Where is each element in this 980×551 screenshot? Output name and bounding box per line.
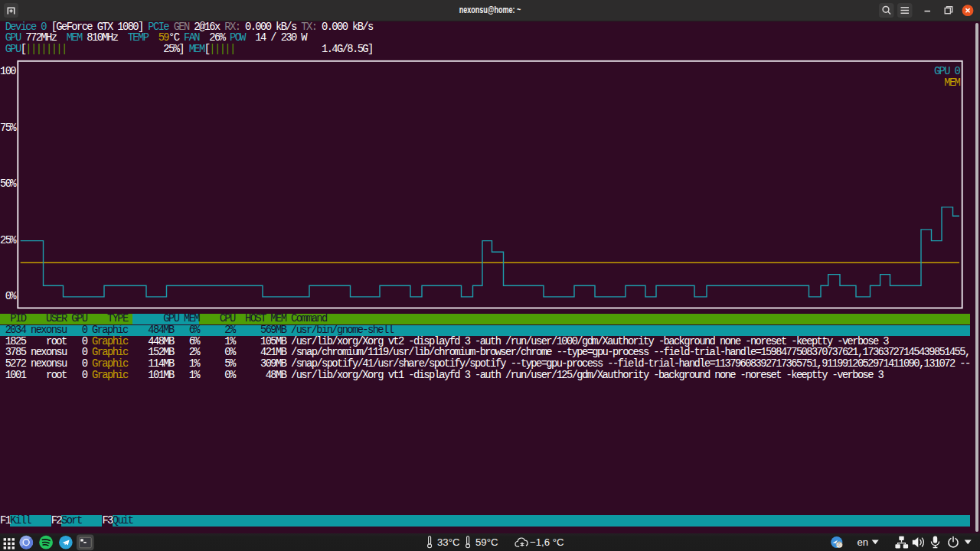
svg-text:10: 10 bbox=[837, 543, 843, 548]
svg-text:33°C: 33°C bbox=[437, 536, 460, 548]
svg-text:−1,6 °C: −1,6 °C bbox=[530, 536, 564, 548]
svg-text:en: en bbox=[858, 536, 869, 548]
svg-text:59°C: 59°C bbox=[475, 536, 498, 548]
